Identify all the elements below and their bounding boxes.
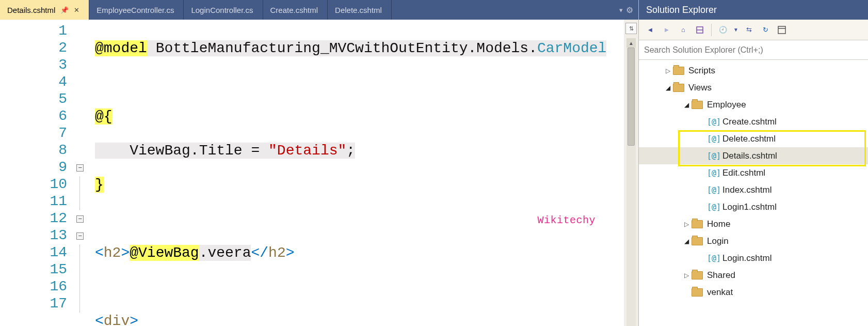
tree-folder-employee[interactable]: ◢ Employee: [639, 96, 868, 113]
fold-toggle[interactable]: −: [76, 164, 84, 172]
fold-column: − − −: [76, 20, 95, 326]
sx-search[interactable]: [639, 40, 868, 60]
tree-file[interactable]: [@]Delete.cshtml: [639, 130, 868, 147]
editor-edge: ⇅ ▲: [624, 20, 638, 326]
tree-file[interactable]: [@]Edit.cshtml: [639, 164, 868, 181]
chevron-right-icon[interactable]: ▷: [681, 221, 692, 228]
scroll-thumb[interactable]: [628, 48, 635, 146]
tab-label: LoginController.cs: [191, 6, 253, 14]
tree-folder-login[interactable]: ◢ Login: [639, 232, 868, 250]
chevron-down-icon[interactable]: ◢: [681, 101, 692, 108]
split-view-icon[interactable]: ⇅: [625, 23, 637, 34]
scroll-up-icon[interactable]: ▲: [626, 38, 636, 48]
nav-forward-icon[interactable]: ►: [660, 23, 674, 37]
tab-label: Create.cshtml: [270, 6, 318, 14]
tab-create-cshtml[interactable]: Create.cshtml: [263, 0, 328, 20]
tab-label: EmployeeController.cs: [97, 6, 174, 14]
folder-icon: [673, 84, 684, 92]
tree-folder-shared[interactable]: ▷ Shared: [639, 267, 868, 284]
pin-icon[interactable]: 📌: [60, 6, 69, 14]
cshtml-icon: [@]: [707, 151, 720, 161]
tree-folder-venkat[interactable]: ▷ venkat: [639, 284, 868, 301]
tree-folder-home[interactable]: ▷ Home: [639, 215, 868, 232]
sync-icon[interactable]: [693, 23, 707, 37]
folder-icon: [692, 101, 703, 109]
tree-file[interactable]: [@]Index.cshtml: [639, 181, 868, 198]
chevron-down-icon[interactable]: ◢: [681, 238, 692, 245]
fold-toggle[interactable]: −: [76, 232, 84, 240]
tree-folder-views[interactable]: ◢ Views: [639, 79, 868, 96]
home-icon[interactable]: ⌂: [676, 23, 690, 37]
refresh-icon[interactable]: ↻: [758, 23, 773, 37]
folder-icon: [692, 237, 703, 245]
chevron-right-icon[interactable]: ▷: [663, 67, 673, 74]
cshtml-icon: [@]: [707, 134, 720, 144]
tab-label: Delete.cshtml: [335, 6, 382, 14]
cshtml-icon: [@]: [707, 185, 720, 195]
folder-icon: [673, 67, 684, 75]
tab-employeecontroller[interactable]: EmployeeController.cs: [89, 0, 184, 20]
folder-icon: [692, 271, 703, 280]
properties-icon[interactable]: [775, 23, 789, 37]
chevron-down-icon[interactable]: ◢: [663, 84, 673, 91]
dropdown-icon[interactable]: ▼: [732, 23, 740, 37]
cshtml-icon: [@]: [707, 168, 720, 178]
close-icon[interactable]: ✕: [74, 6, 79, 14]
tab-label: Details.cshtml: [7, 6, 55, 14]
tabstrip-controls: ▾ ⚙: [614, 0, 638, 20]
tab-strip: Details.cshtml 📌 ✕ EmployeeController.cs…: [0, 0, 638, 20]
tree-folder-scripts[interactable]: ▷ Scripts: [639, 62, 868, 79]
panel-title: Solution Explorer: [639, 0, 868, 20]
vertical-scrollbar[interactable]: ▲: [626, 38, 636, 326]
tree-file[interactable]: [@]Login.cshtml: [639, 250, 868, 267]
tree-file-details[interactable]: [@]Details.cshtml: [639, 147, 868, 164]
svg-rect-1: [778, 26, 785, 34]
search-input[interactable]: [644, 45, 863, 55]
cshtml-icon: [@]: [707, 117, 720, 127]
line-gutter: 1234 5678 9101112 13141516 17: [0, 20, 76, 326]
tab-details-cshtml[interactable]: Details.cshtml 📌 ✕: [0, 0, 89, 20]
solution-explorer: Solution Explorer ◄ ► ⌂ 🕘 ▼ ⇆ ↻ ▷ Script…: [639, 0, 868, 326]
folder-icon: [692, 220, 703, 228]
tree-file[interactable]: [@]Create.cshtml: [639, 113, 868, 130]
tab-logincontroller[interactable]: LoginController.cs: [184, 0, 263, 20]
tree-file[interactable]: [@]Login1.cshtml: [639, 198, 868, 215]
tabs-overflow-icon[interactable]: ▾: [619, 6, 623, 14]
sx-toolbar: ◄ ► ⌂ 🕘 ▼ ⇆ ↻: [639, 20, 868, 40]
fold-toggle[interactable]: −: [76, 215, 84, 223]
gear-icon[interactable]: ⚙: [626, 5, 633, 15]
sx-tree: ▷ Scripts ◢ Views ◢ Employee [@]Create.c…: [639, 60, 868, 326]
editor-pane: Details.cshtml 📌 ✕ EmployeeController.cs…: [0, 0, 639, 326]
tab-delete-cshtml[interactable]: Delete.cshtml: [328, 0, 392, 20]
cshtml-icon: [@]: [707, 203, 720, 212]
folder-icon: [692, 288, 703, 297]
history-icon[interactable]: 🕘: [716, 23, 730, 37]
chevron-right-icon[interactable]: ▷: [681, 272, 692, 279]
nav-back-icon[interactable]: ◄: [643, 23, 657, 37]
cshtml-icon: [@]: [707, 254, 720, 263]
collapse-icon[interactable]: ⇆: [742, 23, 756, 37]
code-editor[interactable]: @model BottleManufacturing_MVCwithOutEnt…: [95, 20, 624, 326]
code-area: 1234 5678 9101112 13141516 17 − − − @mod…: [0, 20, 638, 326]
